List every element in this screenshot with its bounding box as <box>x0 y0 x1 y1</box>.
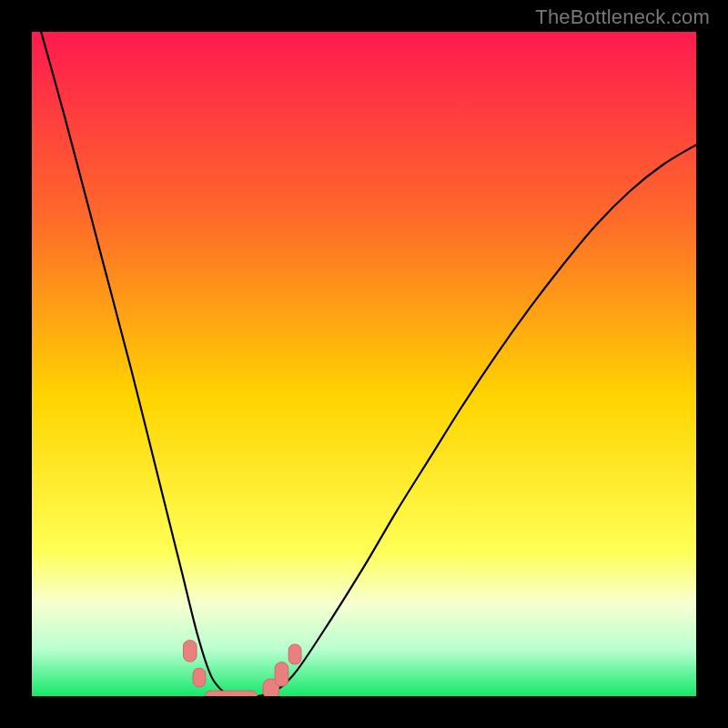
outer-frame: TheBottleneck.com <box>0 0 728 728</box>
curve-marker <box>288 644 301 664</box>
chart-svg <box>32 32 696 696</box>
curve-marker <box>206 691 258 696</box>
curve-marker <box>183 641 197 662</box>
plot-area <box>32 32 696 696</box>
watermark-text: TheBottleneck.com <box>535 5 710 29</box>
curve-marker <box>275 662 288 686</box>
curve-marker <box>193 668 206 686</box>
gradient-background <box>32 32 696 696</box>
